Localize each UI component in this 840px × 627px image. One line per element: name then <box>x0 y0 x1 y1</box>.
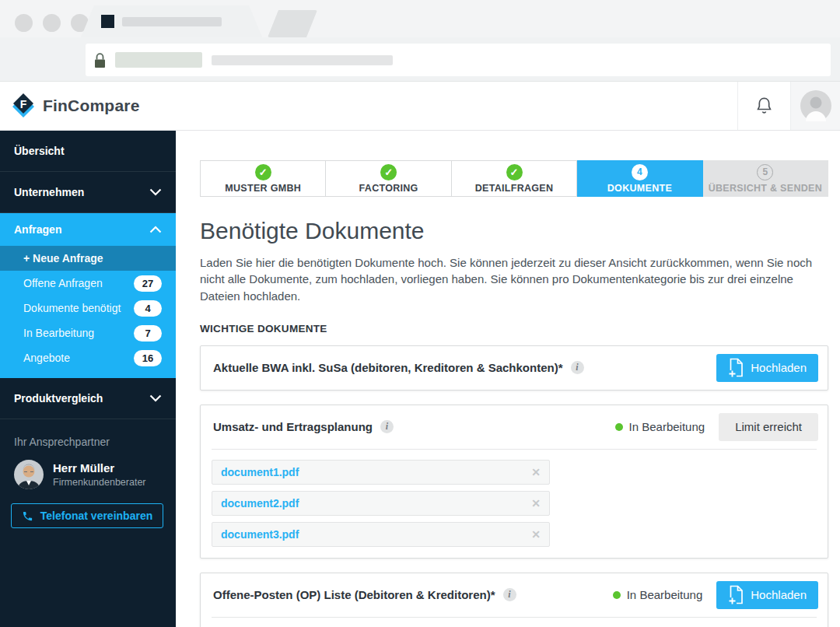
close-icon: ✕ <box>531 528 541 541</box>
step-number: 4 <box>632 164 648 180</box>
sidebar-item-label: Unternehmen <box>14 186 84 198</box>
lock-icon <box>94 52 106 68</box>
info-icon[interactable]: i <box>571 361 584 374</box>
phone-icon <box>22 510 33 522</box>
file-row: document1.pdf ✕ <box>212 460 550 485</box>
document-card-title: Offene-Posten (OP) Liste (Debitoren & Kr… <box>213 588 495 601</box>
sidebar-item-in-bearbeitung[interactable]: In Bearbeitung 7 <box>0 321 176 345</box>
file-link[interactable]: document2.pdf <box>221 497 299 510</box>
sidebar-item-neue-anfrage[interactable]: + Neue Anfrage <box>0 246 176 271</box>
advisor-photo <box>14 460 44 489</box>
file-link[interactable]: document3.pdf <box>221 528 299 541</box>
step-muster-gmbh[interactable]: ✓ MUSTER GMBH <box>200 160 326 197</box>
remove-file-button[interactable]: ✕ <box>531 497 541 510</box>
document-card-title: Umsatz- und Ertragsplanung <box>213 420 373 433</box>
notifications-button[interactable] <box>737 82 790 130</box>
status-label: In Bearbeitung <box>629 420 705 433</box>
bell-icon <box>754 95 775 117</box>
step-factoring[interactable]: ✓ FACTORING <box>326 160 451 197</box>
count-badge: 27 <box>134 275 162 292</box>
sidebar-item-label: Angebote <box>23 352 70 364</box>
svg-text:F: F <box>20 98 27 110</box>
address-bar[interactable] <box>86 44 831 76</box>
step-uebersicht-senden: 5 ÜBERSICHT & SENDEN <box>703 160 828 197</box>
sidebar-item-label: Produktvergleich <box>14 392 103 405</box>
sidebar-item-label: Dokumente benötigt <box>23 302 121 314</box>
window-control-dot[interactable] <box>15 14 33 32</box>
sidebar-item-label: Offene Anfragen <box>23 277 103 289</box>
user-avatar[interactable] <box>790 82 840 130</box>
page-title: Benötigte Dokumente <box>200 218 830 244</box>
step-label: ÜBERSICHT & SENDEN <box>709 183 822 194</box>
step-label: DETAILFRAGEN <box>475 183 554 194</box>
sidebar-item-produktvergleich[interactable]: Produktvergleich <box>0 378 176 419</box>
status-indicator: In Bearbeitung <box>613 588 703 601</box>
browser-tab-active[interactable] <box>81 5 262 37</box>
sidebar-item-label: In Bearbeitung <box>23 327 94 339</box>
advisor-role: Firmenkundenberater <box>53 477 146 488</box>
step-check-icon: ✓ <box>506 164 523 180</box>
browser-tab-inactive[interactable] <box>268 10 317 37</box>
count-badge: 4 <box>134 300 162 317</box>
tab-title-placeholder <box>122 17 222 26</box>
info-icon[interactable]: i <box>503 588 516 601</box>
file-row: document2.pdf ✕ <box>212 491 550 516</box>
sidebar-item-anfragen[interactable]: Anfragen <box>0 213 176 246</box>
sidebar-item-offene-anfragen[interactable]: Offene Anfragen 27 <box>0 271 176 296</box>
window-control-dot[interactable] <box>43 14 61 32</box>
chevron-down-icon <box>149 188 162 196</box>
remove-file-button[interactable]: ✕ <box>531 528 541 541</box>
sidebar-item-unternehmen[interactable]: Unternehmen <box>0 172 176 213</box>
info-icon[interactable]: i <box>380 420 394 433</box>
advisor-section-label: Ihr Ansprechpartner <box>0 419 176 458</box>
sidebar-item-label: Anfragen <box>14 223 61 236</box>
document-card-title: Aktuelle BWA inkl. SuSa (debitoren, Kred… <box>213 361 563 374</box>
main-content: ✓ MUSTER GMBH ✓ FACTORING ✓ DETAILFRAGEN… <box>176 131 840 627</box>
close-icon: ✕ <box>531 466 541 478</box>
browser-address-strip <box>0 37 840 82</box>
browser-chrome-top <box>0 0 840 37</box>
advisor-card: Herr Müller Firmenkundenberater <box>0 458 176 500</box>
status-label: In Bearbeitung <box>627 588 703 601</box>
fincompare-logo-icon: F <box>11 93 36 118</box>
upload-button-label: Hochladen <box>751 588 807 601</box>
document-card-op-liste: Offene-Posten (OP) Liste (Debitoren & Kr… <box>200 573 828 627</box>
upload-button-label: Hochladen <box>751 361 807 374</box>
tab-favicon <box>101 15 114 28</box>
brand-name: FinCompare <box>43 96 140 115</box>
sidebar-item-label: Übersicht <box>14 145 65 157</box>
page-intro: Laden Sie hier die benötigten Dokumente … <box>200 254 830 304</box>
remove-file-button[interactable]: ✕ <box>531 466 541 478</box>
schedule-call-label: Telefonat vereinbaren <box>40 510 152 522</box>
status-dot-icon <box>613 591 621 599</box>
count-badge: 16 <box>134 350 162 366</box>
sidebar-item-dokumente-benoetigt[interactable]: Dokumente benötigt 4 <box>0 296 176 321</box>
file-link[interactable]: document1.pdf <box>221 466 299 478</box>
step-dokumente[interactable]: 4 DOKUMENTE <box>577 160 702 197</box>
document-card-umsatz: Umsatz- und Ertragsplanung i In Bearbeit… <box>200 405 828 559</box>
chevron-up-icon <box>149 226 162 233</box>
schedule-call-button[interactable]: Telefonat vereinbaren <box>11 503 163 528</box>
sidebar-item-angebote[interactable]: Angebote 16 <box>0 345 176 370</box>
limit-reached-button: Limit erreicht <box>719 413 818 441</box>
step-label: DOKUMENTE <box>607 183 672 194</box>
upload-button[interactable]: Hochladen <box>716 354 818 382</box>
window-controls <box>15 14 89 32</box>
file-row: document3.pdf ✕ <box>212 522 550 547</box>
upload-button[interactable]: Hochladen <box>716 581 818 609</box>
address-domain-placeholder <box>115 52 202 68</box>
step-detailfragen[interactable]: ✓ DETAILFRAGEN <box>452 160 577 197</box>
step-number: 5 <box>757 164 773 180</box>
file-list: document1.pdf ✕ <box>201 618 828 627</box>
close-icon: ✕ <box>531 497 541 510</box>
step-label: MUSTER GMBH <box>225 183 301 194</box>
chevron-down-icon <box>149 394 162 402</box>
brand-logo[interactable]: F FinCompare <box>0 93 140 118</box>
sidebar: Übersicht Unternehmen Anfragen + Neue An… <box>0 131 176 627</box>
status-dot-icon <box>615 423 623 431</box>
sidebar-item-uebersicht[interactable]: Übersicht <box>0 131 176 172</box>
section-label: WICHTIGE DOKUMENTE <box>200 323 830 335</box>
avatar-icon <box>800 90 831 121</box>
step-check-icon: ✓ <box>255 164 271 180</box>
sidebar-section-anfragen: Anfragen + Neue Anfrage Offene Anfragen … <box>0 213 176 378</box>
